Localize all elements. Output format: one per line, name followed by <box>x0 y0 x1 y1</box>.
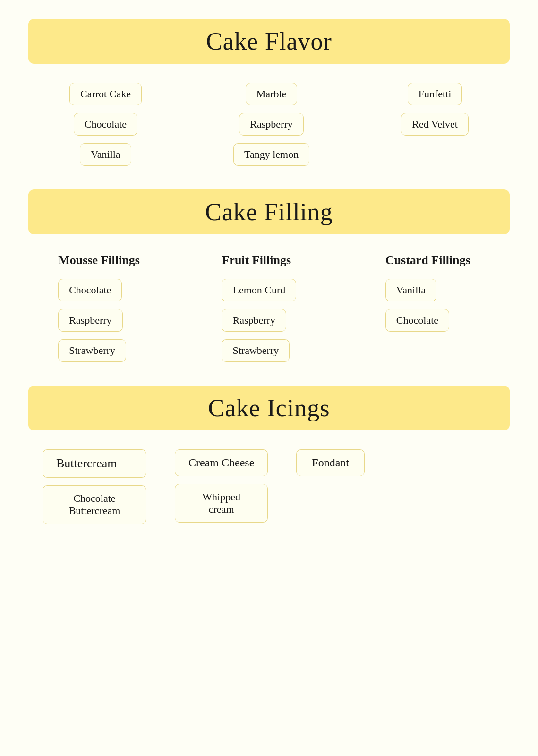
filling-col-fruit: Fruit Fillings Lemon Curd Raspberry Stra… <box>222 253 316 362</box>
list-item[interactable]: Vanilla <box>80 143 131 166</box>
list-item[interactable]: Raspberry <box>58 309 122 332</box>
cake-filling-grid: Mousse Fillings Chocolate Raspberry Stra… <box>28 253 510 362</box>
list-item[interactable]: Red Velvet <box>401 113 469 136</box>
flavor-col-1: Carrot Cake Chocolate Vanilla <box>69 83 142 166</box>
list-item[interactable]: Strawberry <box>58 339 126 362</box>
cake-filling-header: Cake Filling <box>28 189 510 234</box>
cake-filling-title: Cake Filling <box>38 198 500 226</box>
list-item[interactable]: Marble <box>246 83 298 105</box>
custard-fillings-header: Custard Fillings <box>385 253 470 267</box>
mousse-fillings-header: Mousse Fillings <box>58 253 140 267</box>
cake-flavor-title: Cake Flavor <box>38 27 500 55</box>
cake-flavor-header: Cake Flavor <box>28 19 510 64</box>
cake-flavor-section: Cake Flavor Carrot Cake Chocolate Vanill… <box>28 19 510 166</box>
cake-icings-title: Cake Icings <box>38 394 500 422</box>
whipped-cream-tag[interactable]: Whippedcream <box>175 484 268 523</box>
list-item[interactable]: Chocolate <box>385 309 449 332</box>
cake-icings-header: Cake Icings <box>28 386 510 430</box>
icings-col-3: Fondant <box>296 449 365 476</box>
fondant-tag[interactable]: Fondant <box>296 449 365 476</box>
list-item[interactable]: Chocolate <box>58 279 122 301</box>
cake-flavor-grid: Carrot Cake Chocolate Vanilla Marble Ras… <box>28 83 510 166</box>
filling-col-custard: Custard Fillings Vanilla Chocolate <box>385 253 480 332</box>
list-item[interactable]: Carrot Cake <box>69 83 142 105</box>
filling-col-mousse: Mousse Fillings Chocolate Raspberry Stra… <box>58 253 153 362</box>
cake-filling-section: Cake Filling Mousse Fillings Chocolate R… <box>28 189 510 362</box>
list-item[interactable]: Raspberry <box>222 309 286 332</box>
chocolate-buttercream-tag[interactable]: ChocolateButtercream <box>43 485 146 524</box>
flavor-col-2: Marble Raspberry Tangy lemon <box>233 83 309 166</box>
list-item[interactable]: Vanilla <box>385 279 436 301</box>
fruit-fillings-header: Fruit Fillings <box>222 253 291 267</box>
list-item[interactable]: Chocolate <box>74 113 137 136</box>
icings-col-2: Cream Cheese Whippedcream <box>175 449 268 523</box>
icings-col-1: Buttercream ChocolateButtercream <box>43 449 146 524</box>
list-item[interactable]: Tangy lemon <box>233 143 309 166</box>
list-item[interactable]: Lemon Curd <box>222 279 296 301</box>
cake-icings-grid: Buttercream ChocolateButtercream Cream C… <box>28 449 510 524</box>
list-item[interactable]: Strawberry <box>222 339 290 362</box>
buttercream-tag[interactable]: Buttercream <box>43 449 146 478</box>
cream-cheese-tag[interactable]: Cream Cheese <box>175 449 268 476</box>
list-item[interactable]: Funfetti <box>408 83 462 105</box>
list-item[interactable]: Raspberry <box>239 113 303 136</box>
flavor-col-3: Funfetti Red Velvet <box>401 83 469 136</box>
cake-icings-section: Cake Icings Buttercream ChocolateButterc… <box>28 386 510 524</box>
